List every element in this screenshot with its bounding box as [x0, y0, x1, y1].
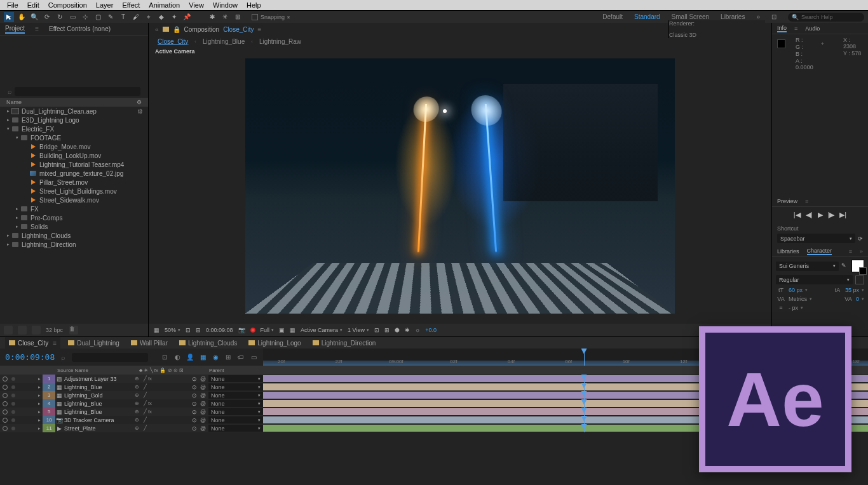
playhead[interactable] — [584, 349, 585, 366]
layer-number[interactable]: 2 — [43, 383, 55, 391]
shy-icon[interactable]: 👤 — [186, 353, 194, 362]
twirl-icon[interactable]: ▸ — [36, 385, 43, 390]
layer-name[interactable]: 3D Tracker Camera — [63, 417, 132, 423]
pickwhip-icon[interactable]: @ — [200, 376, 206, 382]
last-frame-button[interactable]: ▶| — [839, 211, 846, 219]
menu-view[interactable]: View — [184, 1, 208, 9]
workspace-libraries[interactable]: Libraries — [721, 13, 745, 20]
workspace-standard[interactable]: Standard — [634, 13, 660, 20]
project-search-input[interactable] — [15, 87, 140, 96]
font-size-value[interactable]: 60 px — [789, 287, 803, 293]
delete-button[interactable]: 🗑 — [69, 326, 78, 335]
panel-menu-icon[interactable]: ≡ — [849, 248, 852, 255]
anchor-tool[interactable]: ⊹ — [80, 12, 90, 22]
menu-edit[interactable]: Edit — [23, 1, 44, 9]
tab-project-menu-icon[interactable]: ≡ — [35, 25, 39, 32]
menu-layer[interactable]: Layer — [92, 1, 118, 9]
visibility-toggle[interactable] — [3, 409, 8, 415]
layer-number[interactable]: 1 — [43, 375, 55, 383]
workspace-default[interactable]: Default — [602, 13, 623, 20]
parent-dropdown[interactable]: None▾ — [208, 408, 263, 415]
tree-item[interactable]: ▸Solids — [0, 222, 148, 231]
solo-toggle[interactable] — [11, 418, 15, 422]
layer-number[interactable]: 4 — [43, 399, 55, 408]
solo-toggle[interactable] — [11, 394, 15, 397]
clone-tool[interactable]: ⌖ — [144, 12, 154, 22]
layer-name[interactable]: Lightning_Blue — [63, 401, 132, 407]
col-source-name[interactable]: Source Name — [57, 368, 88, 373]
tree-item[interactable]: ▸E3D_Lightning Logo — [0, 116, 148, 124]
layer-switches[interactable]: ⊕ ╱ — [132, 392, 189, 398]
workspace-more-icon[interactable]: » — [756, 13, 760, 20]
tab-preview[interactable]: Preview — [777, 198, 797, 204]
solo-toggle[interactable] — [11, 410, 15, 414]
world-axis-icon[interactable]: ✳ — [220, 12, 230, 22]
panel-menu-icon[interactable]: ≡ — [258, 26, 262, 33]
roto-tool[interactable]: ✦ — [169, 12, 179, 22]
settings-icon[interactable]: ⚙ — [137, 108, 148, 115]
crumb-lightning-raw[interactable]: Lightning_Raw — [259, 38, 301, 45]
resolution-dropdown[interactable]: Full▾ — [261, 327, 275, 333]
tree-item[interactable]: ▾Electric_FX — [0, 124, 148, 133]
layer-switches[interactable]: ⊕ ╱ fx — [132, 376, 189, 382]
layer-row[interactable]: ▸ 3 ▦ Lightning_Gold ⊕ ╱ ⊙ @None▾ — [0, 391, 263, 399]
new-comp-button[interactable] — [32, 326, 41, 335]
tree-item[interactable]: Bridge_Move.mov — [0, 142, 148, 151]
tree-item[interactable]: Lightning_Tutorial Teaser.mp4 — [0, 160, 148, 169]
twirl-icon[interactable]: ▸ — [36, 409, 43, 415]
parent-dropdown[interactable]: None▾ — [208, 375, 263, 382]
shape-tool[interactable]: ▢ — [93, 12, 103, 22]
column-type-icon[interactable]: ⚙ — [137, 99, 142, 105]
layer-switches[interactable]: ⊕ ╱ — [132, 384, 189, 390]
layer-row[interactable]: ▸ 11 ▶ Street_Plate ⊕ ╱ ⊙ @None▾ — [0, 424, 263, 432]
crumb-lightning-blue[interactable]: Lightning_Blue — [203, 38, 245, 45]
tree-item[interactable]: ▸Lightning_Direction — [0, 240, 148, 249]
expand-icon[interactable]: » — [860, 248, 863, 255]
roi-icon[interactable]: ▣ — [279, 327, 285, 333]
new-folder-button[interactable] — [18, 326, 27, 335]
brainstorm-icon[interactable]: 🏷 — [236, 353, 245, 362]
tracking-value[interactable]: 0 — [856, 296, 859, 302]
graph-editor-icon[interactable]: ⊞ — [224, 353, 233, 362]
fast-draft-icon[interactable]: ⊞ — [384, 327, 390, 333]
tree-item[interactable]: Street_Sidewalk.mov — [0, 196, 148, 204]
parent-dropdown[interactable]: None▾ — [208, 392, 263, 399]
solo-toggle[interactable] — [11, 402, 15, 406]
layer-switches[interactable]: ⊕ ╱ fx — [132, 409, 189, 415]
motion-blur-icon[interactable]: ◉ — [211, 353, 220, 362]
3d-toggle[interactable]: ⊙ — [189, 376, 200, 382]
parent-dropdown[interactable]: None▾ — [208, 425, 263, 432]
timeline-tab[interactable]: Lightning_Logo — [245, 337, 304, 349]
pen-tool[interactable]: ✎ — [105, 12, 116, 22]
visibility-toggle[interactable] — [3, 426, 8, 431]
fill-color[interactable] — [851, 260, 864, 272]
puppet-tool[interactable]: 📌 — [182, 12, 192, 22]
camera-dropdown[interactable]: Active Camera▾ — [301, 327, 342, 333]
transparency-icon[interactable]: ▦ — [290, 327, 295, 333]
timeline-tab[interactable]: Lightning_Direction — [309, 337, 380, 349]
timeline-search-input[interactable] — [72, 353, 148, 362]
type-tool[interactable]: T — [118, 12, 128, 22]
rotate-tool[interactable]: ↻ — [55, 12, 65, 22]
resolution-icon[interactable]: ⊡ — [186, 327, 191, 333]
3d-toggle[interactable]: ⊙ — [189, 384, 200, 390]
visibility-toggle[interactable] — [3, 418, 8, 423]
timecode-display[interactable]: 0:00:09:08 — [206, 327, 233, 333]
twirl-icon[interactable]: ▸ — [36, 426, 43, 431]
channel-icon[interactable] — [250, 328, 255, 333]
comp-mini-icon[interactable]: ⊡ — [160, 353, 169, 362]
snapping-toggle[interactable]: Snapping 𝄪 — [252, 13, 290, 20]
layer-name[interactable]: Adjustment Layer 33 — [63, 376, 132, 382]
parent-dropdown[interactable]: None▾ — [208, 416, 263, 423]
menu-animation[interactable]: Animation — [144, 1, 184, 9]
guides-icon[interactable]: ✱ — [405, 327, 410, 333]
pixel-aspect-icon[interactable]: ⊡ — [374, 327, 379, 333]
tree-item[interactable]: ▾FOOTAGE — [0, 133, 148, 142]
layer-name[interactable]: Lightning_Gold — [63, 392, 132, 399]
solo-toggle[interactable] — [11, 377, 15, 381]
tab-audio[interactable]: Audio — [805, 25, 820, 32]
first-frame-button[interactable]: |◀ — [794, 211, 801, 219]
panel-menu-icon[interactable]: ≡ — [794, 25, 797, 32]
tab-libraries[interactable]: Libraries — [777, 248, 799, 255]
workspace-small-screen[interactable]: Small Screen — [672, 13, 709, 20]
